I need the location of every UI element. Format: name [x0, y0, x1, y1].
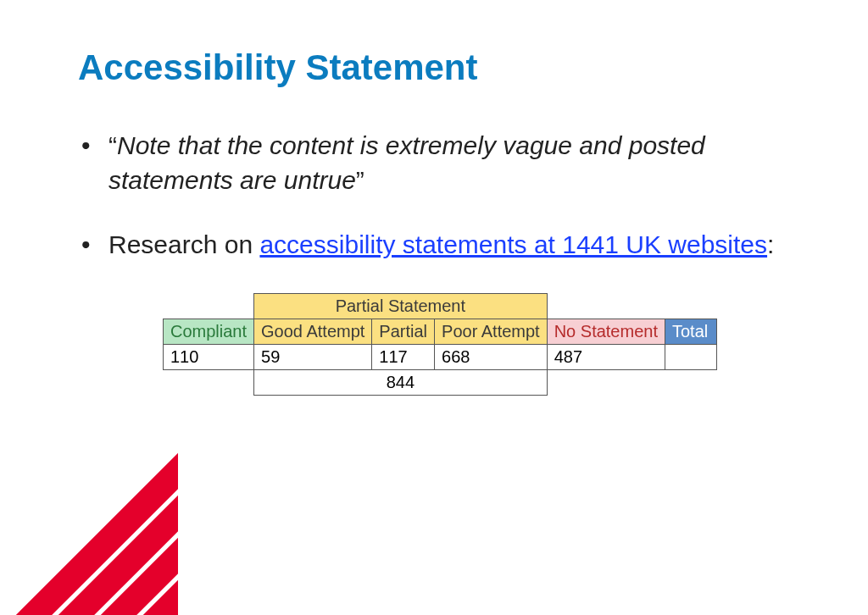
header-no-statement: No Statement: [547, 319, 665, 344]
header-good-attempt: Good Attempt: [254, 319, 372, 344]
quote-text: Note that the content is extremely vague…: [108, 131, 705, 194]
value-compliant: 110: [164, 344, 254, 369]
svg-rect-1: [0, 494, 178, 615]
quote-open: “: [108, 131, 117, 159]
bullet2-suffix: :: [767, 230, 774, 258]
header-compliant: Compliant: [164, 319, 254, 344]
value-poor: 668: [435, 344, 548, 369]
table-container: Partial Statement Compliant Good Attempt…: [163, 293, 800, 396]
research-link[interactable]: accessibility statements at 1441 UK webs…: [259, 230, 767, 258]
spacer-cell: [164, 369, 254, 395]
partial-subtotal: 844: [254, 369, 548, 395]
quote-close: ”: [356, 166, 364, 194]
spacer-cell: [665, 369, 717, 395]
spacer-cell: [547, 369, 665, 395]
spacer-cell: [164, 293, 254, 319]
value-good: 59: [254, 344, 372, 369]
header-partial-group: Partial Statement: [254, 293, 548, 319]
bullet-item-2: Research on accessibility statements at …: [78, 228, 800, 263]
decorative-stripes: [0, 437, 178, 615]
header-poor-attempt: Poor Attempt: [435, 319, 548, 344]
spacer-cell: [665, 293, 717, 319]
header-partial: Partial: [372, 319, 435, 344]
svg-rect-0: [0, 452, 178, 615]
slide: Accessibility Statement “Note that the c…: [0, 0, 868, 396]
statement-table: Partial Statement Compliant Good Attempt…: [163, 293, 717, 396]
value-no-statement: 487: [547, 344, 665, 369]
svg-rect-2: [0, 536, 178, 615]
svg-rect-3: [0, 579, 178, 615]
value-partial: 117: [372, 344, 435, 369]
bullet-item-1: “Note that the content is extremely vagu…: [78, 129, 800, 197]
spacer-cell: [547, 293, 665, 319]
bullet-list: “Note that the content is extremely vagu…: [78, 129, 800, 263]
page-title: Accessibility Statement: [78, 47, 800, 88]
value-total: 1441: [665, 344, 717, 369]
bullet2-prefix: Research on: [108, 230, 259, 258]
header-total: Total: [665, 319, 717, 344]
